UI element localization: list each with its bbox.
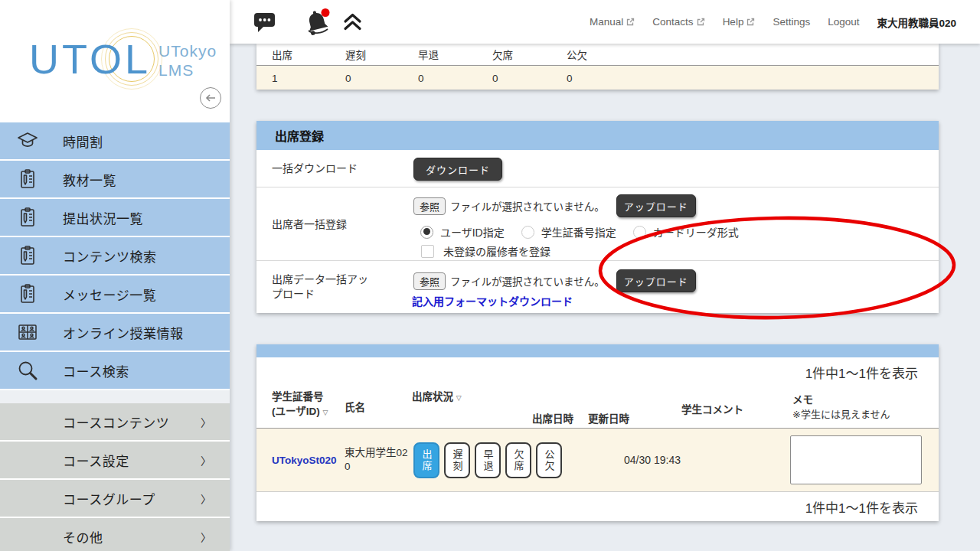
download-button[interactable]: ダウンロード	[413, 158, 502, 181]
browse-button[interactable]: 参照	[413, 272, 446, 290]
messages-icon[interactable]	[253, 11, 276, 33]
attendance-data-upload-row: 出席データ一括アップロード 参照 ファイルが選択されていません。 アップロード …	[256, 261, 939, 313]
notifications-bell-icon[interactable]	[302, 7, 333, 37]
sidebar-item-label: コースグループ	[63, 489, 155, 508]
sidebar-item-online-class[interactable]: オンライン授業情報	[0, 314, 230, 350]
sidebar-item-label: コースコンテンツ	[63, 412, 169, 432]
logout-link[interactable]: Logout	[828, 16, 859, 28]
summary-header: 出席	[272, 47, 292, 62]
chevron-right-icon: 〉	[201, 529, 211, 544]
sidebar-item-label: 教材一覧	[63, 170, 116, 189]
register-unregistered-checkbox[interactable]	[421, 245, 434, 258]
clipboard-icon	[16, 168, 39, 191]
attendance-register-panel: 出席登録 一括ダウンロード ダウンロード 出席者一括登録 参照 ファイルが選択さ…	[256, 121, 939, 313]
radio-user-id[interactable]	[420, 226, 433, 239]
radio-student-number-label[interactable]: 学生証番号指定	[541, 224, 616, 240]
help-link[interactable]: Help	[723, 16, 756, 28]
summary-header: 遅刻	[345, 47, 366, 62]
upload-button[interactable]: アップロード	[616, 269, 696, 292]
header-memo-note: ※学生には見えません	[792, 409, 890, 420]
manual-link[interactable]: Manual	[590, 16, 635, 28]
radio-user-id-label[interactable]: ユーザID指定	[440, 224, 505, 240]
sidebar-item-submissions[interactable]: 提出状況一覧	[0, 199, 230, 236]
memo-input[interactable]	[790, 435, 922, 484]
contacts-link[interactable]: Contacts	[652, 16, 704, 28]
sidebar-item-course-settings[interactable]: コース設定 〉	[0, 442, 230, 478]
attendee-bulk-register-label: 出席者一括登録	[272, 217, 347, 231]
status-button-early-leave[interactable]: 早退	[475, 442, 501, 478]
pagination-text: 1件中1〜1件を表示	[805, 363, 918, 382]
main-content: 出席 遅刻 早退 欠席 公欠 1 0 0 0 0 出席登録 一括ダウンロード ダ…	[230, 44, 980, 551]
pagination-top-row: 1件中1〜1件を表示	[256, 357, 939, 386]
sidebar-collapse-button[interactable]	[200, 87, 221, 109]
sort-icon[interactable]: ▽	[323, 409, 328, 416]
summary-value: 0	[345, 72, 351, 83]
status-button-late[interactable]: 遅刻	[444, 442, 470, 478]
summary-value: 0	[492, 72, 498, 83]
logo-subtitle: UTokyo LMS	[158, 41, 217, 80]
sidebar-section-divider	[0, 390, 230, 403]
settings-link[interactable]: Settings	[773, 16, 810, 28]
sidebar-main-menu: 時間割 教材一覧 提出状況一覧	[0, 122, 230, 389]
summary-value: 0	[567, 72, 573, 83]
header-update-time: 更新日時	[588, 412, 629, 427]
help-link-label: Help	[723, 16, 744, 28]
graduation-cap-icon	[16, 129, 39, 152]
sort-icon[interactable]: ▽	[456, 394, 462, 402]
settings-link-label: Settings	[773, 16, 810, 28]
browse-button[interactable]: 参照	[413, 197, 446, 215]
upload-button[interactable]: アップロード	[616, 194, 696, 217]
sidebar-item-others[interactable]: その他 〉	[0, 518, 230, 551]
summary-header: 公欠	[567, 47, 587, 62]
sidebar-item-content-search[interactable]: コンテンツ検索	[0, 237, 230, 274]
external-link-icon	[746, 18, 755, 26]
panel-title: 出席登録	[256, 121, 939, 150]
logo-area: UTOL UTokyo LMS	[0, 0, 230, 121]
file-select-line: 参照 ファイルが選択されていません。 アップロード	[413, 194, 696, 217]
header-status[interactable]: 出席状況 ▽	[412, 390, 462, 405]
header-status-label: 出席状況	[412, 391, 453, 403]
topbar-links: Manual Contacts Help Settings Logout 東大用…	[590, 15, 980, 30]
header-memo: メモ ※学生には見えません	[792, 393, 890, 422]
sidebar-item-label: メッセージ一覧	[63, 285, 156, 304]
sidebar-item-course-search[interactable]: コース検索	[0, 352, 230, 389]
header-student-number[interactable]: 学生証番号 (ユーザID) ▽	[272, 390, 328, 419]
sidebar-item-messages[interactable]: メッセージ一覧	[0, 276, 230, 312]
radio-student-number[interactable]	[521, 226, 534, 239]
collapse-topbar-icon[interactable]	[342, 12, 363, 31]
chevron-right-icon: 〉	[201, 491, 211, 506]
clipboard-icon	[16, 206, 39, 229]
format-download-link[interactable]: 記入用フォーマットダウンロード	[412, 293, 573, 308]
header-memo-label: メモ	[792, 394, 813, 406]
sidebar-item-timetable[interactable]: 時間割	[0, 122, 230, 159]
summary-value: 1	[272, 72, 278, 83]
topbar: Manual Contacts Help Settings Logout 東大用…	[230, 0, 980, 44]
utol-logo: UTOL UTokyo LMS	[29, 37, 217, 81]
status-button-absent[interactable]: 欠席	[505, 442, 531, 478]
sidebar-item-label: 提出状況一覧	[63, 208, 143, 227]
logo-subtitle-line2: LMS	[158, 61, 194, 79]
pagination-bottom-row: 1件中1〜1件を表示	[256, 492, 939, 521]
summary-value-row: 1 0 0 0 0	[256, 66, 939, 90]
external-link-icon	[697, 18, 705, 26]
sidebar-item-label: オンライン授業情報	[63, 323, 184, 342]
attendance-table-row: UTokyoSt020 東大用学生020 出席 遅刻 早退 欠席 公欠 04/3…	[256, 429, 939, 492]
status-button-present[interactable]: 出席	[413, 442, 439, 478]
sidebar-item-course-contents[interactable]: コースコンテンツ 〉	[0, 403, 230, 440]
sidebar-item-course-group[interactable]: コースグループ 〉	[0, 480, 230, 517]
student-id-link[interactable]: UTokyoSt020	[272, 455, 337, 466]
status-button-excused[interactable]: 公欠	[536, 442, 562, 478]
status-button-group: 出席 遅刻 早退 欠席 公欠	[413, 442, 562, 478]
attendance-list-panel: 1件中1〜1件を表示 学生証番号 (ユーザID) ▽ 氏名 出席状況 ▽ 出席日…	[256, 344, 939, 521]
summary-value: 0	[418, 72, 424, 83]
sidebar-course-menu: コースコンテンツ 〉 コース設定 〉 コースグループ 〉 その他 〉	[0, 403, 230, 551]
register-unregistered-label[interactable]: 未登録の履修者を登録	[443, 243, 550, 259]
id-type-radio-group: ユーザID指定 学生証番号指定 カードリーダ形式	[420, 224, 749, 240]
sidebar-item-materials[interactable]: 教材一覧	[0, 161, 230, 197]
register-unregistered-checkline: 未登録の履修者を登録	[421, 243, 550, 259]
attendee-bulk-register-row: 出席者一括登録 参照 ファイルが選択されていません。 アップロード ユーザID指…	[256, 187, 939, 261]
bulk-download-label: 一括ダウンロード	[272, 161, 358, 176]
chevron-right-icon: 〉	[201, 452, 211, 468]
radio-card-reader[interactable]	[633, 226, 646, 239]
radio-card-reader-label[interactable]: カードリーダ形式	[653, 224, 739, 240]
